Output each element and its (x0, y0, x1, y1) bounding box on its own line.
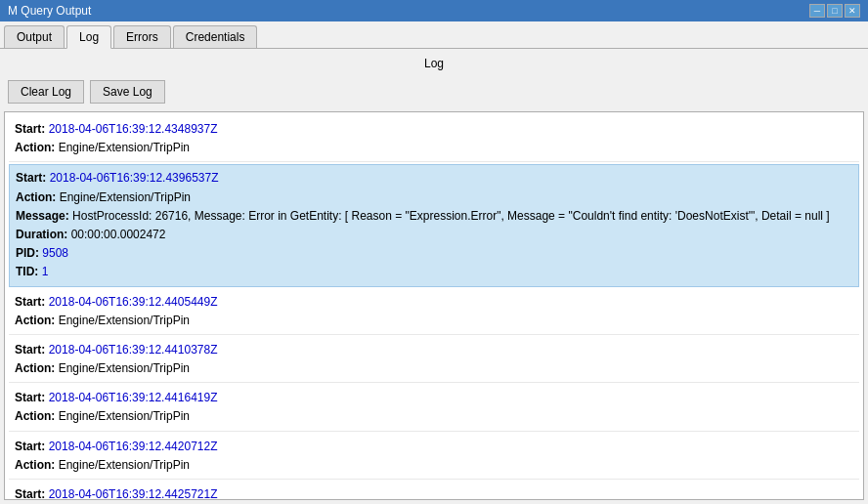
close-button[interactable]: ✕ (845, 4, 860, 18)
save-log-button[interactable]: Save Log (90, 80, 165, 104)
window-body: Output Log Errors Credentials Log Clear … (0, 21, 868, 504)
tab-output[interactable]: Output (4, 25, 65, 48)
title-bar: M Query Output ─ □ ✕ (0, 0, 868, 21)
tab-errors[interactable]: Errors (113, 25, 171, 48)
toolbar: Clear Log Save Log (0, 76, 868, 111)
window-controls: ─ □ ✕ (809, 4, 860, 18)
maximize-button[interactable]: □ (827, 4, 843, 18)
log-entry[interactable]: Start: 2018-04-06T16:39:12.4405449ZActio… (9, 289, 859, 335)
tab-log[interactable]: Log (66, 25, 111, 49)
window-title: M Query Output (8, 4, 91, 18)
log-entry[interactable]: Start: 2018-04-06T16:39:12.4425721ZActio… (9, 482, 859, 500)
content-area: Log Clear Log Save Log Start: 2018-04-06… (0, 49, 868, 504)
minimize-button[interactable]: ─ (809, 4, 825, 18)
log-heading: Log (0, 49, 868, 76)
log-entry[interactable]: Start: 2018-04-06T16:39:12.4420712ZActio… (9, 434, 859, 480)
log-entry[interactable]: Start: 2018-04-06T16:39:12.4410378ZActio… (9, 337, 859, 383)
tab-credentials[interactable]: Credentials (173, 25, 258, 48)
log-container[interactable]: Start: 2018-04-06T16:39:12.4348937ZActio… (4, 111, 864, 500)
tab-bar: Output Log Errors Credentials (0, 21, 868, 49)
log-entry[interactable]: Start: 2018-04-06T16:39:12.4348937ZActio… (9, 116, 859, 162)
log-entry[interactable]: Start: 2018-04-06T16:39:12.4396537ZActio… (9, 164, 859, 286)
log-entry[interactable]: Start: 2018-04-06T16:39:12.4416419ZActio… (9, 385, 859, 431)
clear-log-button[interactable]: Clear Log (8, 80, 84, 104)
